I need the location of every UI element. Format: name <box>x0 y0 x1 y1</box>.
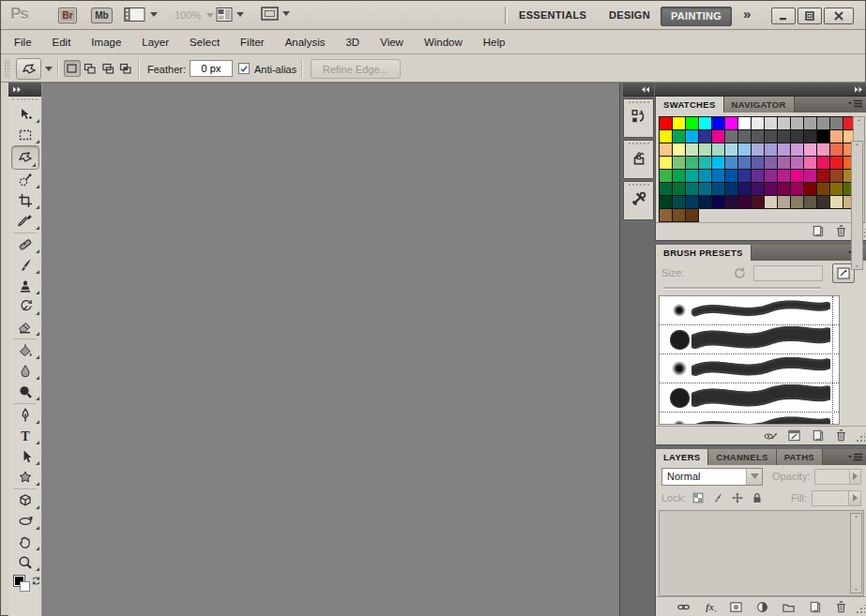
refine-edge-button[interactable]: Refine Edge... <box>311 59 401 79</box>
swatch[interactable] <box>712 157 725 170</box>
tool-move[interactable] <box>8 104 42 125</box>
zoom-level-dropdown[interactable]: 100% <box>175 9 214 21</box>
subtract-from-selection-button[interactable] <box>99 60 116 77</box>
workspace-essentials[interactable]: ESSENTIALS <box>519 9 586 21</box>
tool-pen[interactable] <box>8 405 42 426</box>
minimize-button[interactable] <box>771 8 796 24</box>
swatch[interactable] <box>660 183 673 196</box>
scroll-up-icon[interactable] <box>852 514 860 519</box>
intersect-with-selection-button[interactable] <box>117 60 134 77</box>
swatch[interactable] <box>817 157 830 170</box>
feather-input[interactable] <box>190 60 233 77</box>
tool-rectangular-marquee[interactable] <box>8 125 42 145</box>
scroll-down-icon[interactable] <box>853 263 861 269</box>
swatch[interactable] <box>712 183 725 196</box>
lock-paint-button[interactable] <box>711 491 724 504</box>
swatch[interactable] <box>738 117 752 130</box>
opacity-input[interactable] <box>814 469 849 485</box>
swatch[interactable] <box>765 143 778 157</box>
swatch[interactable] <box>725 196 738 209</box>
dock-collapse-header[interactable] <box>655 83 866 97</box>
tab-navigator[interactable]: NAVIGATOR <box>724 97 795 113</box>
swatch[interactable] <box>673 157 686 170</box>
swatch[interactable] <box>686 157 699 170</box>
swatch[interactable] <box>791 130 804 143</box>
delete-brush-button[interactable] <box>834 428 848 443</box>
swatch[interactable] <box>752 196 765 209</box>
swatch[interactable] <box>699 196 712 209</box>
swatch[interactable] <box>725 143 738 157</box>
new-swatch-button[interactable] <box>811 224 825 238</box>
panel-strip-tool-presets-button[interactable] <box>623 181 654 220</box>
swatch[interactable] <box>725 157 738 170</box>
tool-eraser[interactable] <box>8 317 42 338</box>
swatch[interactable] <box>752 170 765 183</box>
swatch[interactable] <box>673 183 686 196</box>
swatch[interactable] <box>791 143 804 157</box>
menu-item-image[interactable]: Image <box>91 37 121 48</box>
resize-grip-icon[interactable] <box>856 605 865 614</box>
strip-expand-header[interactable] <box>623 83 654 97</box>
swatch[interactable] <box>817 196 830 209</box>
brush-preset-row[interactable] <box>660 413 839 425</box>
launch-bridge-button[interactable]: Br <box>58 8 77 23</box>
workspace-painting[interactable]: PAINTING <box>661 7 732 26</box>
swatch[interactable] <box>686 183 699 196</box>
screen-mode-button[interactable] <box>261 7 290 21</box>
swatch[interactable] <box>817 183 830 196</box>
lock-transparency-button[interactable] <box>691 491 705 504</box>
opacity-spinner[interactable] <box>850 469 861 485</box>
tool-dodge[interactable] <box>8 382 42 402</box>
swatch[interactable] <box>673 117 686 130</box>
swatch[interactable] <box>817 117 830 130</box>
swatch[interactable] <box>699 170 712 183</box>
brush-scrollbar[interactable] <box>851 141 863 270</box>
swatch[interactable] <box>817 130 830 143</box>
panel-menu-button[interactable] <box>848 449 866 465</box>
swatch[interactable] <box>738 157 752 170</box>
swatch[interactable] <box>738 183 752 196</box>
swatch[interactable] <box>660 170 673 183</box>
swatch[interactable] <box>660 157 673 170</box>
swatch[interactable] <box>817 170 830 183</box>
new-adjustment-layer-button[interactable] <box>755 600 769 614</box>
swatch[interactable] <box>752 157 765 170</box>
swatch[interactable] <box>660 196 673 209</box>
panel-strip-brush-panel-button[interactable] <box>623 140 654 179</box>
swatch[interactable] <box>660 209 673 222</box>
tool-hand[interactable] <box>8 532 42 552</box>
scroll-up-icon[interactable] <box>853 142 861 147</box>
swatch[interactable] <box>752 183 765 196</box>
tool-zoom[interactable] <box>8 552 42 573</box>
tool-brush[interactable] <box>8 255 42 276</box>
tool-custom-shape[interactable] <box>8 467 42 488</box>
scroll-up-icon[interactable] <box>855 117 863 123</box>
menu-item-analysis[interactable]: Analysis <box>285 37 326 48</box>
tab-swatches[interactable]: SWATCHES <box>656 97 724 113</box>
menu-item-filter[interactable]: Filter <box>240 37 265 48</box>
drag-handle[interactable] <box>629 143 649 148</box>
swatch[interactable] <box>686 196 699 209</box>
swatch[interactable] <box>725 130 738 143</box>
brush-preset-row[interactable] <box>660 296 839 325</box>
tool-path-selection[interactable] <box>8 446 42 467</box>
swatch[interactable] <box>738 143 752 157</box>
add-to-selection-button[interactable] <box>82 60 99 77</box>
swatch[interactable] <box>738 196 752 209</box>
drag-grip-icon[interactable] <box>5 60 10 78</box>
view-extras-button[interactable] <box>124 7 158 23</box>
antialias-checkbox[interactable] <box>238 63 250 74</box>
fill-input[interactable] <box>812 490 849 506</box>
swatch[interactable] <box>765 157 778 170</box>
swatch[interactable] <box>804 170 817 183</box>
panel-strip-history-button[interactable] <box>623 98 654 138</box>
menu-item-layer[interactable]: Layer <box>142 37 169 48</box>
new-layer-button[interactable] <box>808 600 822 614</box>
swatch[interactable] <box>752 117 765 130</box>
launch-mini-bridge-button[interactable]: Mb <box>91 8 113 23</box>
swatch[interactable] <box>830 130 843 143</box>
swatch[interactable] <box>686 170 699 183</box>
swatch[interactable] <box>778 143 791 157</box>
tool-crop[interactable] <box>8 190 42 211</box>
tool-polygonal-lasso[interactable] <box>11 145 39 170</box>
